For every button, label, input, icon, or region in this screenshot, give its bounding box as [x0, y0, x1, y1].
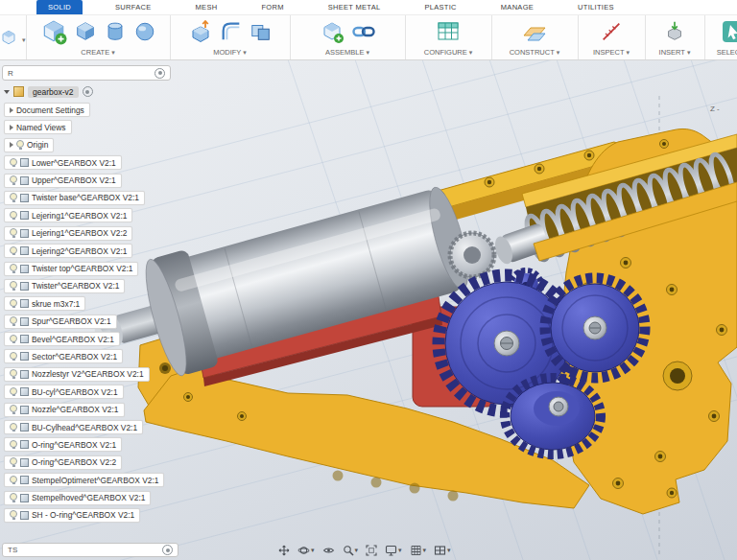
browser-row[interactable]: Twister^GEARBOX V2:1 [4, 279, 125, 293]
construct-menu-label[interactable]: CONSTRUCT [510, 48, 560, 57]
browser-row[interactable]: Lejering1^GEARBOX V2:1 [4, 208, 132, 222]
workspace-dropdown[interactable] [0, 14, 27, 59]
zoom-button[interactable] [343, 545, 359, 556]
browser-root-row[interactable]: gearbox-v2 [4, 84, 171, 99]
visibility-bulb-icon[interactable] [10, 352, 17, 360]
visibility-bulb-icon[interactable] [10, 175, 17, 183]
browser-row[interactable]: Lejering2^GEARBOX V2:1 [4, 244, 132, 258]
tab-manage[interactable]: MANAGE [489, 0, 545, 14]
assemble-new-component-button[interactable] [320, 19, 345, 44]
browser-row[interactable]: BU-cyl^GEARBOX V2:1 [4, 385, 124, 399]
visibility-bulb-icon[interactable] [10, 387, 17, 395]
root-focus-icon[interactable] [83, 86, 93, 97]
browser-panel-header[interactable]: R [2, 65, 171, 81]
select-button[interactable] [721, 19, 737, 44]
visibility-bulb-icon[interactable] [10, 510, 17, 518]
browser-row[interactable]: Twister top^GEARBOX V2:1 [4, 262, 138, 276]
visibility-bulb-icon[interactable] [10, 299, 17, 307]
visibility-bulb-icon[interactable] [10, 246, 17, 254]
panel-dock-icon[interactable] [155, 68, 165, 79]
browser-row[interactable]: SH - O-ring^GEARBOX V2:1 [4, 508, 140, 523]
visibility-bulb-icon[interactable] [16, 140, 24, 148]
combine-button[interactable] [250, 20, 273, 43]
visibility-bulb-icon[interactable] [10, 440, 17, 448]
visibility-bulb-icon[interactable] [10, 193, 17, 200]
look-at-button[interactable] [322, 545, 335, 556]
component-label: BU-cyl^GEARBOX V2:1 [32, 387, 118, 397]
assemble-menu-label[interactable]: ASSEMBLE [325, 48, 369, 57]
visibility-bulb-icon[interactable] [10, 211, 17, 219]
fit-button[interactable] [366, 545, 377, 556]
visibility-bulb-icon[interactable] [10, 264, 17, 271]
browser-row[interactable]: skrue m3x7:1 [4, 296, 85, 311]
visibility-bulb-icon[interactable] [10, 335, 17, 342]
display-settings-button[interactable] [385, 545, 402, 556]
lower-bevel-gear[interactable] [505, 378, 601, 455]
chevron-expanded-icon[interactable] [4, 90, 10, 94]
tab-sheet-metal[interactable]: SHEET METAL [317, 0, 392, 14]
browser-row[interactable]: Spur^GEARBOX V2:1 [4, 315, 117, 329]
measure-icon [600, 20, 623, 43]
browser-row[interactable]: Lower^GEARBOX V2:1 [4, 155, 122, 170]
visibility-bulb-icon[interactable] [10, 316, 17, 324]
visibility-bulb-icon[interactable] [10, 158, 17, 166]
chevron-collapsed-icon[interactable] [10, 142, 13, 148]
browser-row[interactable]: StempelOptimeret^GEARBOX V2:1 [4, 473, 164, 487]
browser-row[interactable]: Bevel^GEARBOX V2:1 [4, 332, 120, 346]
measure-button[interactable] [600, 20, 623, 43]
motor-pinion[interactable] [450, 233, 494, 277]
create-cylinder-button[interactable] [104, 20, 127, 43]
pan-button[interactable] [278, 545, 290, 556]
visibility-bulb-icon[interactable] [10, 476, 17, 483]
viewports-button[interactable] [434, 545, 451, 556]
create-sphere-button[interactable] [133, 20, 156, 43]
browser-row[interactable]: Lejering1^GEARBOX V2:2 [4, 226, 132, 241]
browser-row-document-settings[interactable]: Document Settings [4, 103, 90, 117]
panel-dock-icon[interactable] [162, 545, 173, 555]
orbit-button[interactable] [297, 545, 315, 556]
configure-button[interactable] [436, 19, 461, 44]
visibility-bulb-icon[interactable] [10, 423, 17, 431]
browser-row[interactable]: Nozzlestyr V2^GEARBOX V2:1 [4, 367, 150, 382]
grid-settings-button[interactable] [410, 545, 427, 556]
tab-surface[interactable]: SURFACE [104, 0, 163, 14]
visibility-bulb-icon[interactable] [10, 457, 17, 465]
visibility-bulb-icon[interactable] [10, 228, 17, 236]
visibility-bulb-icon[interactable] [10, 405, 17, 412]
create-box-button[interactable] [74, 20, 97, 43]
comments-panel-header[interactable]: TS [2, 543, 178, 557]
insert-menu-label[interactable]: INSERT [659, 48, 691, 57]
create-menu-label[interactable]: CREATE [81, 48, 114, 57]
browser-row[interactable]: Upper^GEARBOX V2:1 [4, 174, 122, 188]
tab-form[interactable]: FORM [250, 0, 295, 14]
browser-row[interactable]: BU-Cylhead^GEARBOX V2:1 [4, 420, 143, 434]
browser-row[interactable]: O-ring^GEARBOX V2:1 [4, 437, 122, 452]
inspect-menu-label[interactable]: INSPECT [593, 48, 630, 57]
insert-button[interactable] [663, 20, 686, 43]
visibility-bulb-icon[interactable] [10, 493, 17, 501]
tab-plastic[interactable]: PLASTIC [413, 0, 467, 14]
browser-row[interactable]: Nozzle^GEARBOX V2:1 [4, 403, 125, 417]
visibility-bulb-icon[interactable] [10, 281, 17, 289]
configure-menu-label[interactable]: CONFIGURE [424, 48, 473, 57]
tab-solid[interactable]: SOLID [36, 0, 83, 14]
joint-button[interactable] [351, 19, 376, 44]
modify-menu-label[interactable]: MODIFY [213, 48, 247, 57]
browser-row[interactable]: Sector^GEARBOX V2:1 [4, 349, 123, 363]
press-pull-button[interactable] [188, 19, 213, 44]
browser-row[interactable]: Stempelhoved^GEARBOX V2:1 [4, 491, 151, 505]
tab-mesh[interactable]: MESH [184, 0, 229, 14]
browser-row-origin[interactable]: Origin [4, 138, 54, 152]
browser-row[interactable]: O-ring^GEARBOX V2:2 [4, 455, 122, 470]
tab-utilities[interactable]: UTILITIES [566, 0, 626, 14]
chevron-collapsed-icon[interactable] [10, 107, 13, 113]
chevron-collapsed-icon[interactable] [10, 125, 13, 130]
select-menu-label[interactable]: SELECT [717, 48, 737, 57]
fillet-button[interactable] [220, 20, 243, 43]
visibility-bulb-icon[interactable] [10, 369, 17, 377]
new-component-button[interactable] [40, 18, 67, 45]
toolbar-group-modify: MODIFY [171, 14, 291, 59]
construct-plane-button[interactable] [522, 19, 547, 44]
browser-row-named-views[interactable]: Named Views [4, 120, 72, 134]
browser-row[interactable]: Twister base^GEARBOX V2:1 [4, 191, 145, 205]
